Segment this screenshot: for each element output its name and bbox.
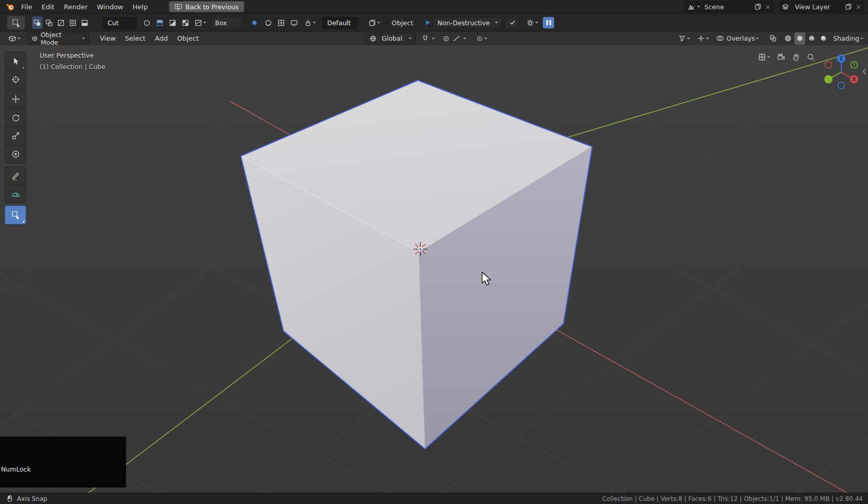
tool-cursor[interactable] <box>5 70 26 89</box>
target-menu[interactable]: Object <box>387 19 418 27</box>
select-shape-dropdown[interactable]: Box <box>211 17 243 29</box>
remove-view-layer-button[interactable] <box>854 1 863 13</box>
camera-view-button[interactable] <box>775 51 787 63</box>
screen-display-icon[interactable] <box>289 16 299 29</box>
menu-window[interactable]: Window <box>92 3 128 11</box>
select-mode-toggle-1[interactable] <box>32 16 43 29</box>
filter-dropdown[interactable] <box>677 32 692 45</box>
editor-type-dropdown[interactable] <box>7 32 22 45</box>
origin-toggle-icon[interactable] <box>249 16 260 29</box>
statusbar-stats: Collection | Cube | Verts:8 | Faces:6 | … <box>602 495 863 502</box>
lock-dropdown[interactable] <box>303 16 317 29</box>
shading-solid-button[interactable] <box>794 32 805 45</box>
settings-gear-dropdown[interactable] <box>525 16 540 29</box>
orthographic-toggle-dropdown[interactable] <box>756 51 772 63</box>
menu-help[interactable]: Help <box>128 3 153 11</box>
blender-logo-icon[interactable] <box>4 1 16 13</box>
tool-rotate[interactable] <box>5 108 26 127</box>
select-mode-toggle-2[interactable] <box>44 16 55 29</box>
viewport-canvas[interactable]: User Perspective (1) Collection | Cube <box>0 45 868 493</box>
scene-name[interactable]: Scene <box>700 3 753 11</box>
gizmo-axis-y-positive[interactable] <box>824 75 832 83</box>
x-axis-line <box>506 302 868 493</box>
viewport-info: User Perspective (1) Collection | Cube <box>40 50 105 73</box>
gizmo-axis-z-negative[interactable] <box>838 82 845 89</box>
tool-measure[interactable] <box>5 184 26 203</box>
object-mode-arrow-icon <box>82 38 85 40</box>
mode-dropdown-arrow-icon <box>495 22 498 24</box>
menu-object[interactable]: Object <box>172 34 203 42</box>
tool-transform[interactable] <box>5 145 26 164</box>
new-view-layer-button[interactable] <box>843 1 854 13</box>
shading-wireframe-button[interactable] <box>783 32 793 45</box>
menu-render[interactable]: Render <box>59 3 92 11</box>
layer-dropdown-arrow-icon <box>377 22 380 24</box>
shading-rendered-button[interactable] <box>818 32 829 45</box>
gizmo-axis-x-negative[interactable] <box>825 62 832 68</box>
gradient-option-1-icon[interactable] <box>154 16 165 29</box>
gradient-option-2-icon[interactable] <box>167 16 178 29</box>
lock-dropdown-arrow-icon <box>313 22 316 24</box>
sphere-display-icon[interactable] <box>263 16 274 29</box>
viewport-nav-buttons <box>756 51 817 63</box>
tool-move[interactable] <box>5 90 26 109</box>
tool-select-box[interactable] <box>5 51 26 71</box>
pause-button[interactable] <box>543 17 554 28</box>
xray-toggle[interactable] <box>768 32 778 45</box>
overlays-arrow-icon <box>756 38 759 40</box>
circle-select-icon[interactable] <box>141 16 152 29</box>
texture-display-icon[interactable] <box>276 16 287 29</box>
pivot-point-dropdown[interactable] <box>474 32 489 45</box>
unlink-scene-button[interactable] <box>763 1 773 13</box>
snap-settings-arrow-icon[interactable] <box>432 38 435 40</box>
proportional-falloff-icon[interactable] <box>451 32 462 45</box>
sidebar-toggle-icon[interactable] <box>861 67 867 76</box>
view-layer-name[interactable]: View Layer <box>791 3 843 11</box>
cube-object[interactable] <box>241 80 592 449</box>
overlays-label: Overlays <box>727 34 755 42</box>
tool-scale[interactable] <box>5 126 26 145</box>
tool-active-select-box[interactable] <box>5 205 26 224</box>
view-layer-selector[interactable]: View Layer <box>780 1 864 12</box>
proportional-arrow-icon[interactable] <box>463 38 466 40</box>
menu-select[interactable]: Select <box>120 34 150 42</box>
active-tool-icon-button[interactable] <box>7 15 25 30</box>
scene-3d[interactable] <box>0 45 868 493</box>
transform-orientation-dropdown[interactable]: Global <box>365 32 416 44</box>
apply-check-button[interactable] <box>505 17 520 29</box>
select-mode-toggle-5[interactable] <box>79 16 90 29</box>
tool-annotate[interactable] <box>5 166 26 185</box>
shading-arrow-icon[interactable] <box>860 38 863 40</box>
proportional-editing-toggle[interactable] <box>441 32 451 45</box>
select-mode-toggle-4[interactable] <box>67 16 78 29</box>
tool-settings-bar: Cut Box Default Object <box>0 13 868 31</box>
cursor-3d[interactable] <box>413 242 428 256</box>
shading-material-button[interactable] <box>806 32 817 45</box>
snap-magnet-toggle[interactable] <box>420 32 431 45</box>
back-to-previous-button[interactable]: Back to Previous <box>169 1 244 12</box>
cut-field[interactable]: Cut <box>103 17 137 29</box>
overlays-dropdown[interactable]: Overlays <box>715 32 760 45</box>
navigation-gizmo[interactable]: Z X Y <box>822 53 860 91</box>
menu-edit[interactable]: Edit <box>37 3 59 11</box>
new-scene-button[interactable] <box>753 1 763 13</box>
zoom-magnifier-button[interactable] <box>805 51 817 63</box>
mode-dropdown[interactable]: Non-Destructive <box>433 17 502 29</box>
pause-bar-icon <box>546 20 548 25</box>
falloff-dropdown[interactable] <box>193 16 208 29</box>
menu-file[interactable]: File <box>16 3 37 11</box>
select-mode-toggle-3[interactable] <box>56 16 66 29</box>
layer-dropdown[interactable] <box>367 16 382 29</box>
menu-add[interactable]: Add <box>150 34 172 42</box>
menu-view[interactable]: View <box>95 34 120 42</box>
pressed-key-label: NumLock <box>1 465 31 473</box>
checker-option-icon[interactable] <box>180 16 191 29</box>
filter-arrow-icon <box>687 38 690 40</box>
show-gizmo-dropdown[interactable] <box>696 32 711 45</box>
gizmo-y-label: Y <box>853 63 856 67</box>
preset-field[interactable]: Default <box>323 17 358 29</box>
object-mode-dropdown[interactable]: Object Mode <box>27 32 89 44</box>
scene-selector[interactable]: Scene <box>685 1 773 12</box>
gizmo-z-label: Z <box>840 56 843 61</box>
pan-hand-button[interactable] <box>790 51 802 63</box>
